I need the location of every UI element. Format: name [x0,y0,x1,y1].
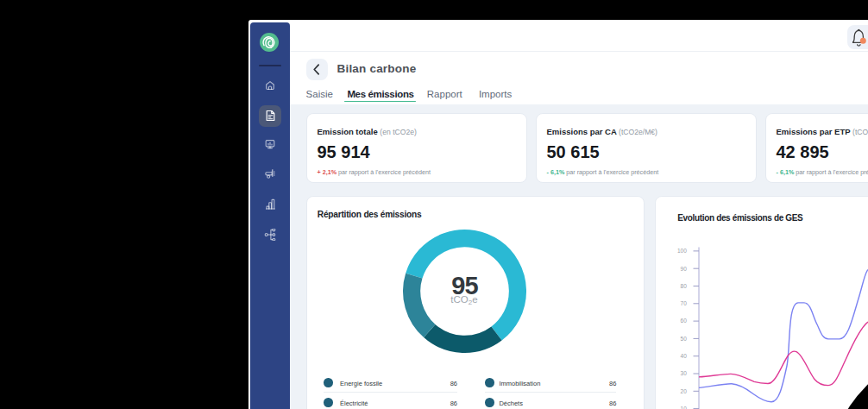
svg-text:40: 40 [681,353,688,359]
svg-text:10: 10 [681,405,688,409]
svg-text:30: 30 [681,370,688,376]
svg-text:90: 90 [681,265,688,271]
svg-text:50: 50 [681,335,688,341]
svg-text:100: 100 [677,248,687,254]
svg-text:60: 60 [681,318,688,324]
svg-text:80: 80 [681,282,688,288]
svg-text:20: 20 [681,387,688,393]
svg-text:70: 70 [681,300,688,306]
